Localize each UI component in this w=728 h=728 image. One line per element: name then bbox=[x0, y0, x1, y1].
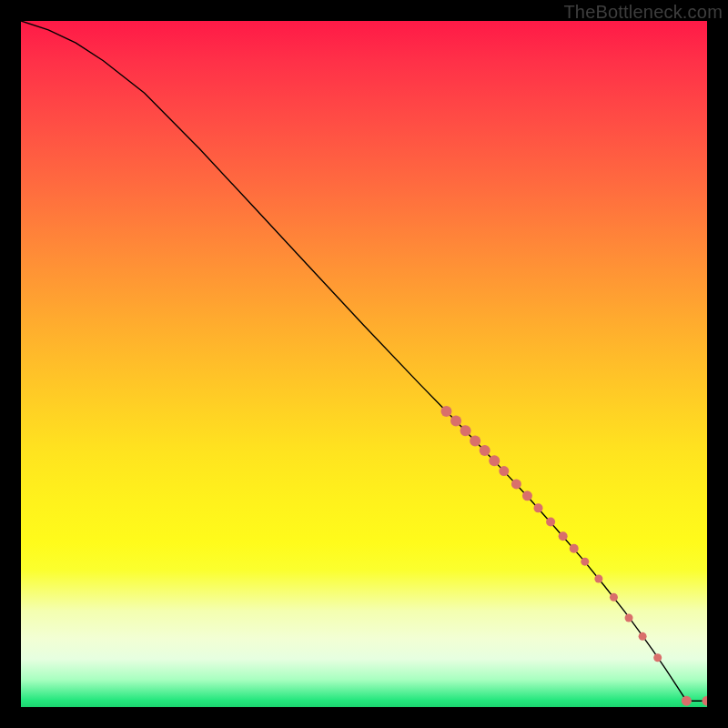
data-marker bbox=[703, 696, 708, 706]
data-marker bbox=[499, 466, 509, 476]
watermark-text: TheBottleneck.com bbox=[563, 2, 723, 23]
data-marker bbox=[489, 455, 500, 466]
data-marker bbox=[511, 479, 521, 489]
data-marker bbox=[639, 632, 647, 641]
data-marker bbox=[480, 445, 490, 456]
data-marker bbox=[534, 503, 543, 512]
chart-svg bbox=[21, 21, 707, 707]
marker-group bbox=[440, 406, 707, 706]
data-marker bbox=[522, 490, 532, 500]
data-marker bbox=[570, 544, 579, 553]
data-marker bbox=[682, 696, 692, 706]
data-marker bbox=[610, 593, 618, 602]
data-marker bbox=[559, 531, 568, 541]
chart-frame: TheBottleneck.com bbox=[0, 0, 728, 728]
data-marker bbox=[653, 653, 662, 662]
data-marker bbox=[546, 517, 555, 526]
data-marker bbox=[440, 406, 451, 417]
data-marker bbox=[450, 416, 461, 427]
data-marker bbox=[470, 435, 480, 446]
data-marker bbox=[625, 613, 633, 622]
series-curve bbox=[21, 21, 707, 701]
data-marker bbox=[594, 575, 602, 583]
data-marker bbox=[460, 425, 471, 436]
plot-area bbox=[21, 21, 707, 707]
data-marker bbox=[581, 558, 589, 566]
